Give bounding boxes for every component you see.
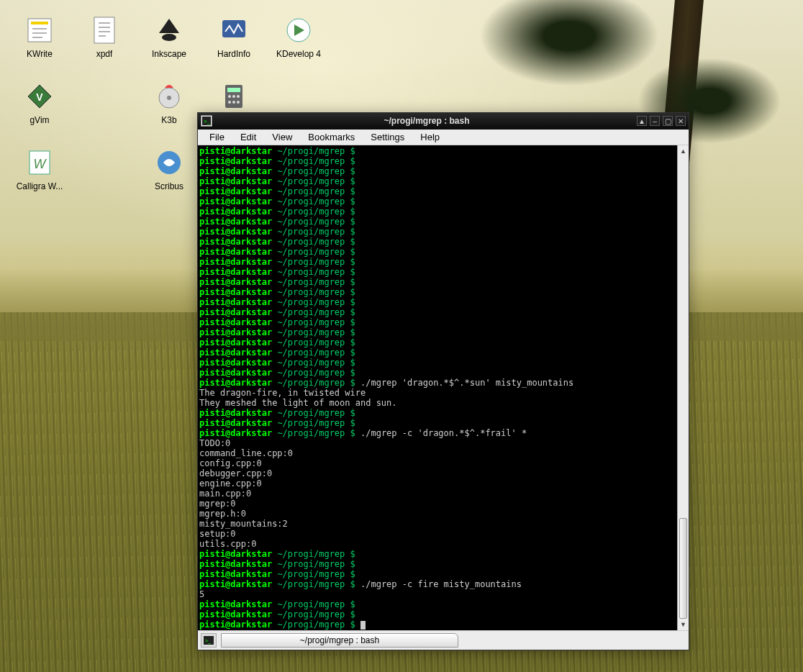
menu-edit[interactable]: Edit bbox=[233, 130, 263, 144]
menu-view[interactable]: View bbox=[265, 130, 299, 144]
desktop-icon-kdevelop[interactable]: KDevelop 4 bbox=[270, 14, 327, 59]
hardinfo-icon bbox=[218, 14, 250, 46]
menubar: FileEditViewBookmarksSettingsHelp bbox=[198, 130, 689, 146]
desktop-icon-kwrite[interactable]: KWrite bbox=[11, 14, 68, 59]
svg-text:W: W bbox=[34, 157, 47, 171]
desktop-icon-label: KWrite bbox=[27, 49, 53, 59]
svg-point-18 bbox=[167, 96, 171, 100]
menu-settings[interactable]: Settings bbox=[363, 130, 412, 144]
svg-text:>_: >_ bbox=[205, 638, 211, 644]
desktop-icon-label: Scribus bbox=[155, 181, 183, 191]
svg-text:>_: >_ bbox=[204, 118, 211, 124]
desktop-icon-label: HardInfo bbox=[217, 49, 250, 59]
menu-bookmarks[interactable]: Bookmarks bbox=[301, 130, 362, 144]
inkscape-icon bbox=[153, 14, 185, 46]
new-tab-icon[interactable]: >_ bbox=[201, 633, 217, 648]
desktop-icon-label: Inkscape bbox=[152, 49, 186, 59]
desktop-icon-inkscape[interactable]: Inkscape bbox=[140, 14, 198, 59]
svg-point-27 bbox=[228, 101, 231, 104]
scrollbar-thumb[interactable] bbox=[679, 518, 687, 619]
svg-point-24 bbox=[228, 95, 231, 98]
kdevelop-icon bbox=[283, 14, 314, 46]
desktop-icon-scribus[interactable]: Scribus bbox=[140, 147, 198, 191]
desktop-icon-label: K3b bbox=[161, 115, 176, 125]
maximize-button[interactable]: ▢ bbox=[663, 116, 673, 126]
scroll-down-icon[interactable]: ▼ bbox=[678, 619, 689, 630]
desktop-icon-gvim[interactable]: VgVim bbox=[11, 81, 68, 125]
xpdf-icon bbox=[89, 14, 120, 46]
desktop-icon-label: gVim bbox=[30, 115, 49, 125]
titlebar[interactable]: >_ ~/progi/mgrep : bash ▲ – ▢ ✕ bbox=[198, 113, 689, 130]
menu-file[interactable]: File bbox=[202, 130, 232, 144]
desktop-icon-calc[interactable] bbox=[205, 81, 263, 115]
menu-help[interactable]: Help bbox=[413, 130, 447, 144]
svg-point-29 bbox=[237, 101, 240, 104]
svg-rect-23 bbox=[227, 88, 240, 92]
svg-point-26 bbox=[237, 95, 240, 98]
svg-marker-10 bbox=[159, 19, 179, 33]
desktop-icon-hardinfo[interactable]: HardInfo bbox=[205, 14, 263, 59]
svg-rect-12 bbox=[222, 20, 245, 37]
terminal-window: >_ ~/progi/mgrep : bash ▲ – ▢ ✕ FileEdit… bbox=[197, 112, 689, 650]
svg-rect-5 bbox=[94, 17, 114, 43]
scrollbar[interactable]: ▲ ▼ bbox=[677, 145, 689, 630]
svg-rect-1 bbox=[31, 22, 48, 24]
k3b-icon bbox=[153, 81, 185, 112]
desktop-icon-calligra[interactable]: WCalligra W... bbox=[11, 147, 68, 191]
desktop-icon-label: Calligra W... bbox=[17, 181, 63, 191]
svg-text:V: V bbox=[36, 91, 43, 103]
terminal-output[interactable]: pisti@darkstar ~/progi/mgrep $ pisti@dar… bbox=[198, 145, 677, 630]
svg-point-25 bbox=[232, 95, 235, 98]
scroll-up-icon[interactable]: ▲ bbox=[678, 145, 689, 157]
calligra-icon: W bbox=[24, 147, 55, 178]
window-title: ~/progi/mgrep : bash bbox=[217, 116, 637, 126]
status-tab[interactable]: ~/progi/mgrep : bash bbox=[221, 633, 458, 648]
desktop-icon-xpdf[interactable]: xpdf bbox=[76, 14, 133, 59]
svg-point-28 bbox=[232, 101, 235, 104]
desktop-icon-k3b[interactable]: K3b bbox=[140, 81, 198, 125]
gvim-icon: V bbox=[24, 81, 55, 112]
svg-point-11 bbox=[162, 34, 176, 41]
minimize-button[interactable]: – bbox=[650, 116, 660, 126]
close-button[interactable]: ✕ bbox=[676, 116, 686, 126]
desktop-icon-label: KDevelop 4 bbox=[276, 49, 321, 59]
statusbar: >_ ~/progi/mgrep : bash bbox=[198, 630, 689, 650]
kwrite-icon bbox=[24, 14, 55, 46]
calc-icon bbox=[218, 81, 250, 112]
desktop-icon-label: xpdf bbox=[96, 49, 113, 59]
terminal-icon: >_ bbox=[201, 115, 212, 127]
scribus-icon bbox=[153, 147, 185, 178]
shade-button[interactable]: ▲ bbox=[637, 116, 647, 126]
